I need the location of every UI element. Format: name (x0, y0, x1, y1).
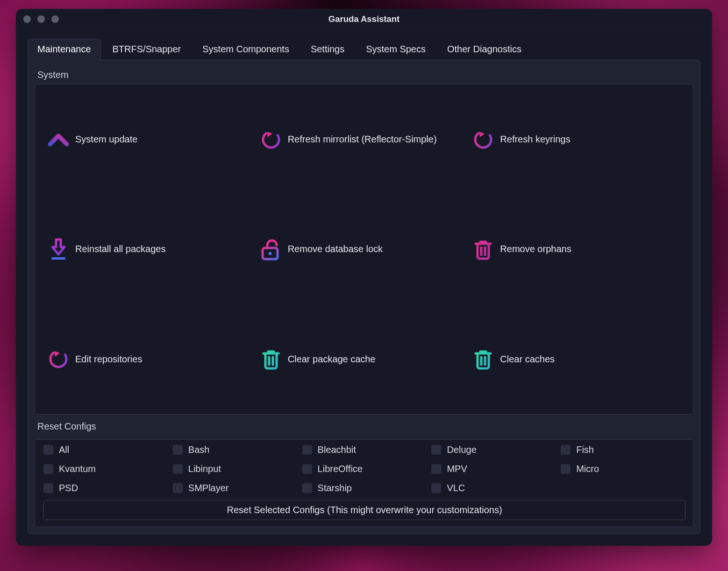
clear-package-cache-button[interactable]: Clear package cache (258, 345, 471, 373)
checkbox-icon (43, 483, 53, 493)
system-update-button[interactable]: System update (45, 126, 258, 154)
desktop-wallpaper: Garuda Assistant Maintenance BTRFS/Snapp… (0, 0, 728, 571)
refresh-icon (471, 127, 495, 152)
tab-label: System Components (202, 44, 289, 54)
trash-icon (471, 347, 495, 371)
checkbox-icon (431, 464, 441, 474)
checkbox-label: Bleachbit (318, 444, 356, 455)
tab-system-specs[interactable]: System Specs (356, 39, 435, 60)
tab-maintenance[interactable]: Maintenance (28, 39, 101, 60)
checkbox-icon (561, 464, 571, 474)
tab-label: Settings (311, 44, 344, 54)
checkbox-icon (431, 445, 441, 455)
checkbox-fish[interactable]: Fish (561, 444, 685, 455)
svg-point-2 (472, 129, 494, 150)
trash-icon (471, 237, 495, 261)
checkbox-libinput[interactable]: Libinput (173, 464, 297, 474)
trash-icon (259, 347, 283, 371)
checkbox-icon (173, 445, 183, 455)
action-label: Edit repositories (75, 354, 142, 365)
reinstall-packages-button[interactable]: Reinstall all packages (45, 235, 258, 263)
action-label: Remove orphans (500, 244, 571, 254)
checkbox-label: Bash (188, 444, 210, 455)
checkbox-vlc[interactable]: VLC (431, 483, 555, 493)
refresh-mirrorlist-button[interactable]: Refresh mirrorlist (Reflector-Simple) (258, 126, 471, 154)
close-window-button[interactable] (23, 15, 31, 23)
tab-label: BTRFS/Snapper (113, 44, 181, 54)
tab-other-diagnostics[interactable]: Other Diagnostics (437, 39, 531, 60)
button-label: Reset Selected Configs (This might overw… (227, 505, 502, 515)
checkbox-label: All (59, 444, 69, 455)
checkbox-psd[interactable]: PSD (43, 483, 167, 493)
checkbox-label: MPV (447, 464, 467, 474)
checkbox-label: Starship (318, 483, 352, 493)
reset-selected-configs-button[interactable]: Reset Selected Configs (This might overw… (43, 500, 685, 520)
tab-system-components[interactable]: System Components (193, 39, 299, 60)
checkbox-kvantum[interactable]: Kvantum (43, 464, 167, 474)
tab-label: Maintenance (37, 44, 91, 54)
checkbox-icon (43, 464, 53, 474)
action-label: Clear caches (500, 354, 555, 365)
checkbox-icon (302, 445, 312, 455)
window-controls (23, 15, 59, 23)
titlebar: Garuda Assistant (16, 9, 712, 30)
checkbox-label: SMPlayer (188, 483, 229, 493)
checkbox-micro[interactable]: Micro (561, 464, 685, 474)
checkbox-label: PSD (59, 483, 78, 493)
checkbox-icon (173, 483, 183, 493)
remove-db-lock-button[interactable]: Remove database lock (258, 235, 471, 263)
reset-configs-grid: All Bash Bleachbit Deluge Fish Kvantum L… (43, 444, 685, 493)
checkbox-label: Libinput (188, 464, 221, 474)
reset-configs-title: Reset Configs (37, 421, 693, 432)
svg-point-7 (48, 348, 69, 370)
checkbox-starship[interactable]: Starship (302, 483, 426, 493)
tab-label: Other Diagnostics (447, 44, 521, 54)
tab-settings[interactable]: Settings (301, 39, 354, 60)
checkbox-smplayer[interactable]: SMPlayer (173, 483, 297, 493)
clear-caches-button[interactable]: Clear caches (470, 345, 683, 373)
svg-rect-4 (51, 257, 65, 260)
chevron-up-icon (46, 127, 71, 152)
checkbox-label: LibreOffice (318, 464, 363, 474)
checkbox-label: Kvantum (59, 464, 96, 474)
checkbox-label: Micro (576, 464, 599, 474)
checkbox-mpv[interactable]: MPV (431, 464, 555, 474)
checkbox-icon (173, 464, 183, 474)
app-window: Garuda Assistant Maintenance BTRFS/Snapp… (16, 9, 712, 546)
minimize-window-button[interactable] (37, 15, 45, 23)
checkbox-icon (431, 483, 441, 493)
window-title: Garuda Assistant (16, 14, 712, 24)
checkbox-icon (43, 445, 53, 455)
checkbox-libreoffice[interactable]: LibreOffice (302, 464, 426, 474)
checkbox-all[interactable]: All (43, 444, 167, 455)
action-label: Remove database lock (288, 244, 383, 254)
tab-content: System System update Refresh mirrorlist … (28, 60, 700, 534)
checkbox-label: VLC (447, 483, 465, 493)
svg-marker-1 (267, 132, 272, 137)
action-label: System update (75, 134, 137, 145)
tab-label: System Specs (366, 44, 426, 54)
checkbox-icon (561, 445, 571, 455)
action-label: Clear package cache (288, 354, 376, 365)
edit-repositories-button[interactable]: Edit repositories (45, 345, 258, 373)
action-label: Refresh mirrorlist (Reflector-Simple) (288, 134, 437, 145)
system-group-title: System (37, 70, 693, 80)
lock-open-icon (259, 237, 283, 261)
refresh-icon (259, 127, 283, 152)
checkbox-label: Fish (576, 444, 594, 455)
action-label: Reinstall all packages (75, 244, 165, 254)
system-panel: System update Refresh mirrorlist (Reflec… (35, 84, 693, 415)
svg-marker-8 (54, 351, 60, 357)
svg-point-6 (268, 252, 271, 255)
refresh-icon (46, 347, 71, 371)
checkbox-icon (302, 483, 312, 493)
download-icon (46, 237, 71, 261)
maximize-window-button[interactable] (51, 15, 59, 23)
checkbox-bleachbit[interactable]: Bleachbit (302, 444, 426, 455)
remove-orphans-button[interactable]: Remove orphans (470, 235, 683, 263)
tabs-bar: Maintenance BTRFS/Snapper System Compone… (16, 30, 712, 60)
checkbox-bash[interactable]: Bash (173, 444, 297, 455)
checkbox-deluge[interactable]: Deluge (431, 444, 555, 455)
refresh-keyrings-button[interactable]: Refresh keyrings (470, 126, 683, 154)
tab-btrfs-snapper[interactable]: BTRFS/Snapper (103, 39, 191, 60)
